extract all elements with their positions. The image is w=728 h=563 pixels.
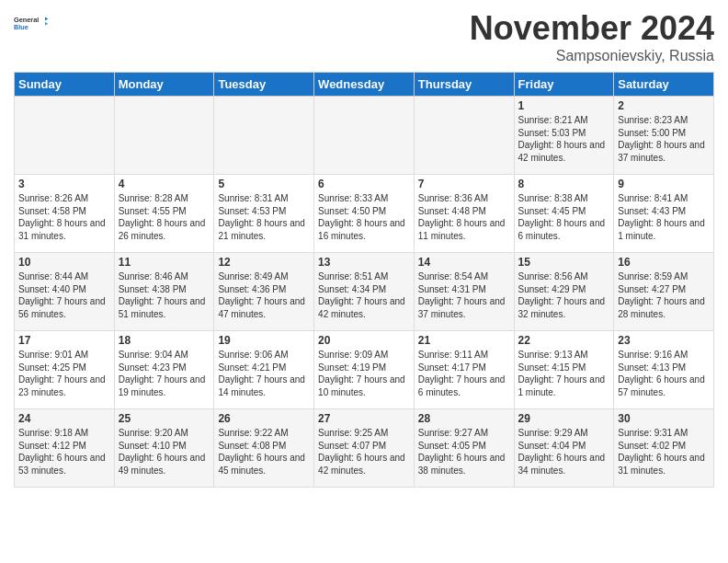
day-info: Sunrise: 9:18 AM Sunset: 4:12 PM Dayligh… xyxy=(18,427,110,477)
day-info: Sunrise: 9:27 AM Sunset: 4:05 PM Dayligh… xyxy=(418,427,510,477)
day-info: Sunrise: 8:56 AM Sunset: 4:29 PM Dayligh… xyxy=(518,270,610,320)
calendar-cell: 16Sunrise: 8:59 AM Sunset: 4:27 PM Dayli… xyxy=(614,253,714,331)
calendar-cell xyxy=(314,97,415,175)
calendar-cell: 23Sunrise: 9:16 AM Sunset: 4:13 PM Dayli… xyxy=(614,331,714,409)
day-number: 3 xyxy=(18,178,110,190)
title-block: November 2024 Sampsonievskiy, Russia xyxy=(470,9,714,64)
day-number: 11 xyxy=(119,256,210,269)
calendar-cell: 3Sunrise: 8:26 AM Sunset: 4:58 PM Daylig… xyxy=(15,175,115,253)
calendar-cell xyxy=(414,97,514,175)
calendar-cell: 14Sunrise: 8:54 AM Sunset: 4:31 PM Dayli… xyxy=(414,253,514,331)
day-number: 18 xyxy=(119,334,210,347)
calendar-week-row: 1Sunrise: 8:21 AM Sunset: 5:03 PM Daylig… xyxy=(15,97,714,175)
day-number: 28 xyxy=(418,412,510,425)
calendar-cell: 7Sunrise: 8:36 AM Sunset: 4:48 PM Daylig… xyxy=(414,175,514,253)
calendar-week-row: 3Sunrise: 8:26 AM Sunset: 4:58 PM Daylig… xyxy=(15,175,714,253)
day-info: Sunrise: 8:51 AM Sunset: 4:34 PM Dayligh… xyxy=(318,270,410,320)
calendar-cell: 15Sunrise: 8:56 AM Sunset: 4:29 PM Dayli… xyxy=(514,253,614,331)
calendar-cell: 27Sunrise: 9:25 AM Sunset: 4:07 PM Dayli… xyxy=(314,409,415,488)
logo-icon: GeneralBlue xyxy=(14,9,51,37)
day-number: 6 xyxy=(318,178,410,190)
calendar-cell: 6Sunrise: 8:33 AM Sunset: 4:50 PM Daylig… xyxy=(314,175,415,253)
calendar-cell: 12Sunrise: 8:49 AM Sunset: 4:36 PM Dayli… xyxy=(214,253,314,331)
day-info: Sunrise: 9:20 AM Sunset: 4:10 PM Dayligh… xyxy=(119,427,210,477)
day-info: Sunrise: 8:46 AM Sunset: 4:38 PM Dayligh… xyxy=(119,270,210,320)
day-info: Sunrise: 9:29 AM Sunset: 4:04 PM Dayligh… xyxy=(518,427,610,477)
calendar-cell: 24Sunrise: 9:18 AM Sunset: 4:12 PM Dayli… xyxy=(15,409,115,488)
calendar-cell: 8Sunrise: 8:38 AM Sunset: 4:45 PM Daylig… xyxy=(514,175,614,253)
day-number: 7 xyxy=(418,178,510,190)
calendar-cell: 30Sunrise: 9:31 AM Sunset: 4:02 PM Dayli… xyxy=(614,409,714,488)
day-number: 24 xyxy=(18,412,110,425)
day-number: 4 xyxy=(119,178,210,190)
day-info: Sunrise: 9:25 AM Sunset: 4:07 PM Dayligh… xyxy=(318,427,410,477)
day-number: 10 xyxy=(18,256,110,269)
day-number: 20 xyxy=(318,334,410,347)
header-tuesday: Tuesday xyxy=(214,73,314,97)
day-number: 12 xyxy=(218,256,310,269)
day-number: 30 xyxy=(618,412,710,425)
calendar-cell: 18Sunrise: 9:04 AM Sunset: 4:23 PM Dayli… xyxy=(114,331,214,409)
location-subtitle: Sampsonievskiy, Russia xyxy=(470,48,714,64)
day-number: 16 xyxy=(618,256,710,269)
month-title: November 2024 xyxy=(470,9,714,48)
calendar-cell: 26Sunrise: 9:22 AM Sunset: 4:08 PM Dayli… xyxy=(214,409,314,488)
header-thursday: Thursday xyxy=(414,73,514,97)
header-wednesday: Wednesday xyxy=(314,73,415,97)
day-info: Sunrise: 8:26 AM Sunset: 4:58 PM Dayligh… xyxy=(18,192,110,242)
day-number: 1 xyxy=(518,99,610,112)
day-info: Sunrise: 9:06 AM Sunset: 4:21 PM Dayligh… xyxy=(218,349,310,398)
day-number: 21 xyxy=(418,334,510,347)
header: GeneralBlue November 2024 Sampsonievskiy… xyxy=(14,9,714,64)
day-info: Sunrise: 9:13 AM Sunset: 4:15 PM Dayligh… xyxy=(518,349,610,398)
calendar-week-row: 24Sunrise: 9:18 AM Sunset: 4:12 PM Dayli… xyxy=(15,409,714,488)
calendar-cell: 22Sunrise: 9:13 AM Sunset: 4:15 PM Dayli… xyxy=(514,331,614,409)
header-monday: Monday xyxy=(114,73,214,97)
day-number: 5 xyxy=(218,178,310,190)
header-saturday: Saturday xyxy=(614,73,714,97)
day-info: Sunrise: 8:41 AM Sunset: 4:43 PM Dayligh… xyxy=(618,192,710,242)
calendar-cell: 19Sunrise: 9:06 AM Sunset: 4:21 PM Dayli… xyxy=(214,331,314,409)
header-sunday: Sunday xyxy=(15,73,115,97)
day-number: 19 xyxy=(218,334,310,347)
day-info: Sunrise: 9:09 AM Sunset: 4:19 PM Dayligh… xyxy=(318,349,410,398)
logo: GeneralBlue xyxy=(14,9,51,37)
calendar-cell: 4Sunrise: 8:28 AM Sunset: 4:55 PM Daylig… xyxy=(114,175,214,253)
svg-text:General: General xyxy=(14,16,39,24)
calendar-cell: 29Sunrise: 9:29 AM Sunset: 4:04 PM Dayli… xyxy=(514,409,614,488)
calendar-cell: 17Sunrise: 9:01 AM Sunset: 4:25 PM Dayli… xyxy=(15,331,115,409)
day-info: Sunrise: 9:11 AM Sunset: 4:17 PM Dayligh… xyxy=(418,349,510,398)
day-number: 2 xyxy=(618,99,710,112)
day-info: Sunrise: 9:31 AM Sunset: 4:02 PM Dayligh… xyxy=(618,427,710,477)
calendar-cell: 2Sunrise: 8:23 AM Sunset: 5:00 PM Daylig… xyxy=(614,97,714,175)
calendar-week-row: 10Sunrise: 8:44 AM Sunset: 4:40 PM Dayli… xyxy=(15,253,714,331)
svg-marker-2 xyxy=(45,17,48,21)
day-number: 9 xyxy=(618,178,710,190)
day-number: 15 xyxy=(518,256,610,269)
day-number: 13 xyxy=(318,256,410,269)
day-info: Sunrise: 8:38 AM Sunset: 4:45 PM Dayligh… xyxy=(518,192,610,242)
day-info: Sunrise: 8:59 AM Sunset: 4:27 PM Dayligh… xyxy=(618,270,710,320)
calendar-cell xyxy=(114,97,214,175)
day-number: 17 xyxy=(18,334,110,347)
day-info: Sunrise: 8:36 AM Sunset: 4:48 PM Dayligh… xyxy=(418,192,510,242)
calendar-cell: 13Sunrise: 8:51 AM Sunset: 4:34 PM Dayli… xyxy=(314,253,415,331)
day-info: Sunrise: 8:31 AM Sunset: 4:53 PM Dayligh… xyxy=(218,192,310,242)
day-info: Sunrise: 9:22 AM Sunset: 4:08 PM Dayligh… xyxy=(218,427,310,477)
calendar-header-row: Sunday Monday Tuesday Wednesday Thursday… xyxy=(15,73,714,97)
calendar-cell: 20Sunrise: 9:09 AM Sunset: 4:19 PM Dayli… xyxy=(314,331,415,409)
day-info: Sunrise: 8:28 AM Sunset: 4:55 PM Dayligh… xyxy=(119,192,210,242)
svg-marker-3 xyxy=(45,22,48,26)
day-info: Sunrise: 8:49 AM Sunset: 4:36 PM Dayligh… xyxy=(218,270,310,320)
day-info: Sunrise: 9:01 AM Sunset: 4:25 PM Dayligh… xyxy=(18,349,110,398)
calendar-week-row: 17Sunrise: 9:01 AM Sunset: 4:25 PM Dayli… xyxy=(15,331,714,409)
calendar-cell: 25Sunrise: 9:20 AM Sunset: 4:10 PM Dayli… xyxy=(114,409,214,488)
calendar-cell xyxy=(15,97,115,175)
day-number: 8 xyxy=(518,178,610,190)
calendar-cell: 21Sunrise: 9:11 AM Sunset: 4:17 PM Dayli… xyxy=(414,331,514,409)
svg-text:Blue: Blue xyxy=(14,23,28,31)
calendar-cell: 9Sunrise: 8:41 AM Sunset: 4:43 PM Daylig… xyxy=(614,175,714,253)
day-number: 22 xyxy=(518,334,610,347)
day-info: Sunrise: 9:16 AM Sunset: 4:13 PM Dayligh… xyxy=(618,349,710,398)
calendar-cell: 10Sunrise: 8:44 AM Sunset: 4:40 PM Dayli… xyxy=(15,253,115,331)
